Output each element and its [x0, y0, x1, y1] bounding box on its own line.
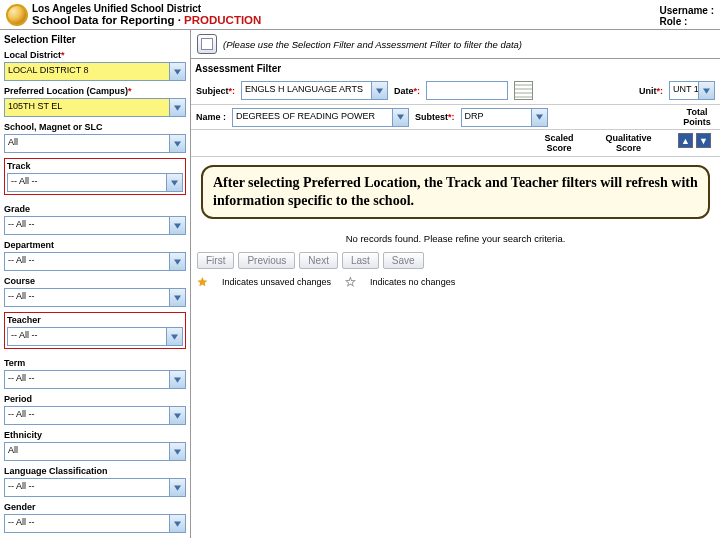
chevron-down-icon: [531, 109, 547, 126]
star-nochange-icon: ★: [345, 275, 356, 289]
subject-label: Subject*:: [196, 86, 235, 96]
next-button[interactable]: Next: [299, 252, 338, 269]
track-select[interactable]: -- All --: [7, 173, 183, 192]
school-magnet-or-slc-select[interactable]: All: [4, 134, 186, 153]
grade-label: Grade: [4, 204, 186, 216]
column-tools: ▲ ▼: [673, 130, 716, 156]
assessment-filter-title: Assessment Filter: [191, 59, 720, 79]
field-term: Term-- All --: [0, 358, 190, 394]
unit-select[interactable]: UNT 1: [669, 81, 715, 100]
period-value: -- All --: [5, 407, 169, 424]
app-name: School Data for Reporting · PRODUCTION: [32, 14, 261, 26]
gender-value: -- All --: [5, 515, 169, 532]
chevron-down-icon: [169, 443, 185, 460]
chevron-down-icon: [169, 407, 185, 424]
department-label: Department: [4, 240, 186, 252]
save-button[interactable]: Save: [383, 252, 424, 269]
date-input[interactable]: [426, 81, 508, 100]
app-header: Los Angeles Unified School District Scho…: [0, 0, 720, 30]
env-badge: PRODUCTION: [184, 14, 261, 26]
language-classification-label: Language Classification: [4, 466, 186, 478]
field-local-district: Local District*LOCAL DISTRICT 8: [0, 50, 190, 86]
subtest-select[interactable]: DRP: [461, 108, 548, 127]
ethnicity-select[interactable]: All: [4, 442, 186, 461]
term-label: Term: [4, 358, 186, 370]
subtest-label: Subtest*:: [415, 112, 455, 122]
name-select[interactable]: DEGREES OF READING POWER: [232, 108, 409, 127]
course-label: Course: [4, 276, 186, 288]
chevron-down-icon: [169, 289, 185, 306]
teacher-select[interactable]: -- All --: [7, 327, 183, 346]
language-classification-value: -- All --: [5, 479, 169, 496]
ethnicity-label: Ethnicity: [4, 430, 186, 442]
track-value: -- All --: [8, 174, 166, 191]
legend-nochange: Indicates no changes: [370, 277, 455, 287]
sort-asc-icon[interactable]: ▲: [678, 133, 693, 148]
chevron-down-icon: [166, 328, 182, 345]
username-label: Username :: [660, 5, 714, 16]
gender-select[interactable]: -- All --: [4, 514, 186, 533]
header-user: Username : Role :: [660, 2, 714, 27]
pager: First Previous Next Last Save: [191, 248, 720, 273]
field-teacher: Teacher-- All --: [0, 312, 190, 358]
track-label: Track: [7, 161, 183, 173]
date-label: Date*:: [394, 86, 420, 96]
chevron-down-icon: [169, 371, 185, 388]
total-points-header: Total Points: [679, 107, 715, 127]
field-language-classification: Language Classification-- All --: [0, 466, 190, 502]
subject-select[interactable]: ENGLS H LANGUAGE ARTS: [241, 81, 388, 100]
hint-row: (Please use the Selection Filter and Ass…: [191, 30, 720, 58]
header-left: Los Angeles Unified School District Scho…: [6, 2, 261, 27]
chevron-down-icon: [392, 109, 408, 126]
field-preferred-location-campus-: Preferred Location (Campus)*105TH ST EL: [0, 86, 190, 122]
language-classification-select[interactable]: -- All --: [4, 478, 186, 497]
previous-button[interactable]: Previous: [238, 252, 295, 269]
chevron-down-icon: [169, 253, 185, 270]
print-icon[interactable]: [197, 34, 217, 54]
calendar-icon[interactable]: [514, 81, 533, 100]
chevron-down-icon: [169, 63, 185, 80]
org-name: Los Angeles Unified School District: [32, 3, 261, 14]
preferred-location-campus--value: 105TH ST EL: [5, 99, 169, 116]
name-label: Name :: [196, 112, 226, 122]
grade-value: -- All --: [5, 217, 169, 234]
school-magnet-or-slc-value: All: [5, 135, 169, 152]
field-track: Track-- All --: [0, 158, 190, 204]
content-area: (Please use the Selection Filter and Ass…: [191, 30, 720, 538]
department-select[interactable]: -- All --: [4, 252, 186, 271]
course-select[interactable]: -- All --: [4, 288, 186, 307]
local-district-select[interactable]: LOCAL DISTRICT 8: [4, 62, 186, 81]
qual-score-header: Qualitative Score: [596, 130, 661, 156]
legend: ★ Indicates unsaved changes ★ Indicates …: [191, 273, 720, 295]
term-value: -- All --: [5, 371, 169, 388]
chevron-down-icon: [169, 515, 185, 532]
preferred-location-campus--label: Preferred Location (Campus)*: [4, 86, 186, 98]
field-course: Course-- All --: [0, 276, 190, 312]
role-label: Role :: [660, 16, 714, 27]
term-select[interactable]: -- All --: [4, 370, 186, 389]
sort-desc-icon[interactable]: ▼: [696, 133, 711, 148]
course-value: -- All --: [5, 289, 169, 306]
lausd-logo-icon: [6, 4, 28, 26]
scaled-score-header: Scaled Score: [534, 130, 584, 156]
chevron-down-icon: [169, 99, 185, 116]
chevron-down-icon: [169, 217, 185, 234]
chevron-down-icon: [166, 174, 182, 191]
grade-select[interactable]: -- All --: [4, 216, 186, 235]
instruction-callout: After selecting Preferred Location, the …: [201, 165, 710, 219]
selection-filter-title: Selection Filter: [0, 30, 190, 50]
unit-label: Unit*:: [639, 86, 663, 96]
local-district-value: LOCAL DISTRICT 8: [5, 63, 169, 80]
field-period: Period-- All --: [0, 394, 190, 430]
field-gender: Gender-- All --: [0, 502, 190, 538]
teacher-emphasis: Teacher-- All --: [4, 312, 186, 349]
preferred-location-campus--select[interactable]: 105TH ST EL: [4, 98, 186, 117]
star-unsaved-icon: ★: [197, 275, 208, 289]
first-button[interactable]: First: [197, 252, 234, 269]
chevron-down-icon: [371, 82, 387, 99]
gender-label: Gender: [4, 502, 186, 514]
period-select[interactable]: -- All --: [4, 406, 186, 425]
track-emphasis: Track-- All --: [4, 158, 186, 195]
last-button[interactable]: Last: [342, 252, 379, 269]
header-titles: Los Angeles Unified School District Scho…: [32, 3, 261, 26]
